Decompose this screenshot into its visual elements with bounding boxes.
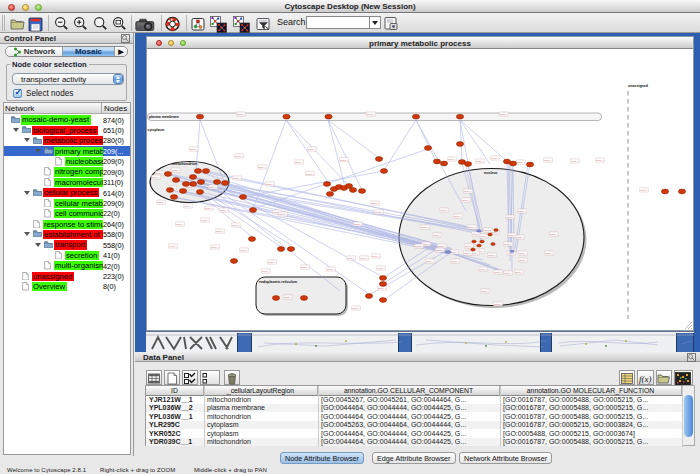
svg-text:Gene-A: Gene-A <box>519 252 527 254</box>
svg-text:f(x): f(x) <box>639 374 652 384</box>
svg-text:cytoplasm: cytoplasm <box>148 128 165 132</box>
svg-text:Gene-A: Gene-A <box>433 234 441 236</box>
svg-text:Gene-A: Gene-A <box>295 161 303 163</box>
svg-text:Gene-A: Gene-A <box>340 159 348 161</box>
svg-text:Gene-A: Gene-A <box>209 186 217 188</box>
svg-text:Gene-A: Gene-A <box>494 303 502 305</box>
svg-text:Gene-A: Gene-A <box>371 202 379 204</box>
svg-text:Gene-A: Gene-A <box>451 260 459 262</box>
svg-text:Gene-A: Gene-A <box>480 235 488 237</box>
svg-text:Gene-A: Gene-A <box>372 255 380 257</box>
svg-text:endoplasmic reticulum: endoplasmic reticulum <box>259 280 297 284</box>
svg-text:Gene-A: Gene-A <box>190 148 198 150</box>
svg-text:Gene-A: Gene-A <box>172 169 180 171</box>
svg-text:Gene-A: Gene-A <box>500 113 508 115</box>
svg-text:Gene-A: Gene-A <box>284 296 292 298</box>
svg-text:Gene-A: Gene-A <box>216 230 224 232</box>
svg-text:Gene-A: Gene-A <box>481 290 489 292</box>
svg-text:Gene-A: Gene-A <box>258 166 266 168</box>
svg-text:Gene-A: Gene-A <box>438 245 446 247</box>
svg-text:Gene-A: Gene-A <box>519 259 527 261</box>
svg-text:Gene-A: Gene-A <box>367 113 375 115</box>
svg-text:Gene-A: Gene-A <box>544 159 552 161</box>
svg-text:Gene-A: Gene-A <box>268 261 276 263</box>
svg-text:Gene-A: Gene-A <box>454 215 462 217</box>
svg-text:Gene-A: Gene-A <box>211 246 219 248</box>
svg-text:Gene-A: Gene-A <box>448 158 456 160</box>
svg-text:Gene-A: Gene-A <box>375 211 383 213</box>
svg-text:Gene-A: Gene-A <box>347 257 355 259</box>
svg-text:Gene-A: Gene-A <box>571 160 579 162</box>
svg-text:Gene-A: Gene-A <box>440 209 448 211</box>
svg-text:unassigned: unassigned <box>628 84 648 88</box>
svg-text:Gene-A: Gene-A <box>436 249 444 251</box>
svg-text:Gene-A: Gene-A <box>640 189 648 191</box>
svg-text:Gene-A: Gene-A <box>220 209 228 211</box>
svg-text:Gene-A: Gene-A <box>465 245 473 247</box>
svg-text:Gene-A: Gene-A <box>235 155 243 157</box>
svg-text:Gene-A: Gene-A <box>266 183 274 185</box>
svg-text:Gene-A: Gene-A <box>596 159 604 161</box>
svg-text:Gene-A: Gene-A <box>504 272 512 274</box>
svg-text:Gene-A: Gene-A <box>301 266 309 268</box>
svg-text:Gene-A: Gene-A <box>421 226 429 228</box>
svg-text:Gene-A: Gene-A <box>352 307 360 309</box>
svg-text:Gene-A: Gene-A <box>550 233 558 235</box>
svg-text:Gene-A: Gene-A <box>516 236 524 238</box>
svg-text:Gene-A: Gene-A <box>506 216 514 218</box>
svg-text:Gene-A: Gene-A <box>488 254 496 256</box>
svg-text:Gene-A: Gene-A <box>491 157 499 159</box>
svg-text:Gene-A: Gene-A <box>233 177 241 179</box>
svg-text:Gene-A: Gene-A <box>176 223 184 225</box>
svg-text:Gene-A: Gene-A <box>169 245 177 247</box>
svg-text:Gene-A: Gene-A <box>262 270 270 272</box>
svg-text:Gene-A: Gene-A <box>327 268 335 270</box>
svg-text:Gene-A: Gene-A <box>201 219 209 221</box>
svg-text:mitochondrion: mitochondrion <box>172 162 197 166</box>
svg-text:Gene-A: Gene-A <box>462 199 470 201</box>
svg-text:Gene-A: Gene-A <box>279 213 287 215</box>
svg-text:Gene-A: Gene-A <box>476 160 484 162</box>
svg-text:Gene-A: Gene-A <box>545 252 553 254</box>
svg-text:Gene-A: Gene-A <box>240 249 248 251</box>
svg-text:Gene-A: Gene-A <box>232 224 240 226</box>
svg-text:Gene-A: Gene-A <box>468 226 476 228</box>
svg-text:Gene-A: Gene-A <box>156 172 164 174</box>
svg-text:Gene-A: Gene-A <box>237 113 245 115</box>
svg-text:nucleus: nucleus <box>484 171 498 175</box>
svg-text:Gene-A: Gene-A <box>306 173 314 175</box>
svg-text:Gene-A: Gene-A <box>377 267 385 269</box>
svg-text:Gene-A: Gene-A <box>494 271 502 273</box>
svg-text:Gene-A: Gene-A <box>426 260 434 262</box>
svg-text:Gene-A: Gene-A <box>464 252 472 254</box>
svg-text:Gene-A: Gene-A <box>517 161 525 163</box>
svg-text:Gene-A: Gene-A <box>415 245 423 247</box>
svg-text:Gene-A: Gene-A <box>184 205 192 207</box>
svg-text:Gene-A: Gene-A <box>378 287 386 289</box>
svg-text:Gene-A: Gene-A <box>308 148 316 150</box>
svg-text:Gene-A: Gene-A <box>152 176 160 178</box>
svg-text:Gene-A: Gene-A <box>464 190 472 192</box>
svg-text:Gene-A: Gene-A <box>205 207 213 209</box>
svg-text:Gene-A: Gene-A <box>360 257 368 259</box>
svg-text:Gene-A: Gene-A <box>354 223 362 225</box>
svg-text:plasma membrane: plasma membrane <box>149 115 179 119</box>
svg-text:Gene-A: Gene-A <box>157 201 165 203</box>
svg-text:Gene-A: Gene-A <box>515 271 523 273</box>
svg-text:Gene-A: Gene-A <box>518 210 526 212</box>
svg-text:Gene-A: Gene-A <box>479 268 487 270</box>
svg-text:Gene-A: Gene-A <box>504 243 512 245</box>
